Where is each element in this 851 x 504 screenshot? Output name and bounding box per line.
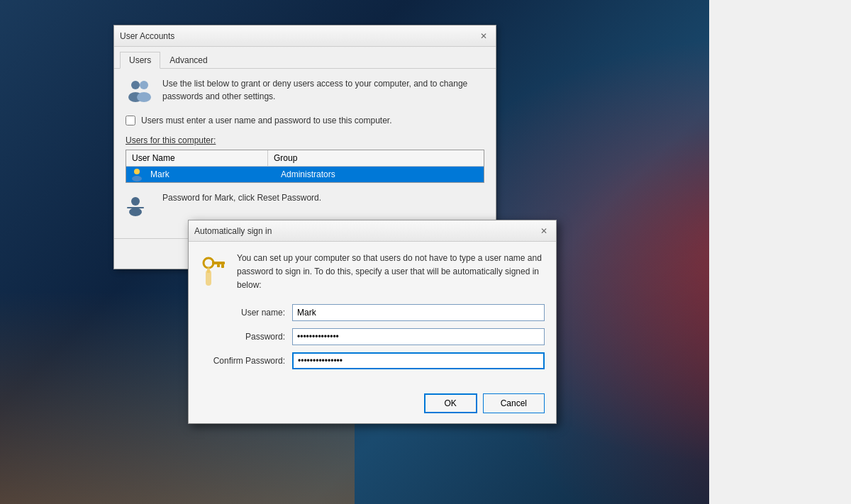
autosignin-title: Automatically sign in (194, 226, 272, 236)
password-label: Password for (162, 193, 212, 203)
col-username-header: User Name (126, 150, 268, 166)
checkbox-row: Users must enter a user name and passwor… (126, 116, 484, 125)
users-icon-svg (126, 77, 154, 106)
svg-point-0 (131, 81, 140, 89)
autosignin-buttons: OK Cancel (189, 386, 556, 423)
info-text: Use the list below to grant or deny user… (162, 77, 484, 103)
svg-rect-10 (212, 262, 225, 264)
password-info: Mark, click Reset Password. (214, 193, 321, 203)
autosignin-info: You can set up your computer so that use… (200, 252, 545, 293)
password-text-section: Password for Mark, click Reset Password. (162, 191, 321, 204)
password-row: Password: (200, 328, 545, 345)
row-group: Administrators (275, 167, 484, 182)
autosignin-dialog: Automatically sign in ✕ You can set (188, 220, 557, 424)
svg-point-3 (137, 92, 151, 102)
key-icon-svg (200, 252, 228, 287)
svg-rect-8 (127, 207, 144, 208)
svg-rect-12 (217, 264, 220, 267)
autosignin-content: You can set up your computer so that use… (189, 242, 556, 386)
username-label: User name: (200, 308, 292, 318)
password-field-label: Password: (200, 332, 292, 342)
username-row: User name: (200, 304, 545, 321)
user-accounts-content: Use the list below to grant or deny user… (114, 69, 496, 238)
table-header: User Name Group (126, 150, 484, 167)
user-accounts-title: User Accounts (120, 31, 174, 41)
autosignin-titlebar: Automatically sign in ✕ (189, 220, 556, 242)
tabs-container: Users Advanced (114, 47, 496, 69)
password-input[interactable] (292, 328, 545, 345)
password-icon (126, 191, 154, 220)
autosignin-info-text: You can set up your computer so that use… (237, 252, 545, 293)
white-area (709, 0, 851, 504)
key-icon (200, 252, 228, 280)
password-section: Password for Mark, click Reset Password. (126, 191, 484, 220)
require-login-checkbox[interactable] (126, 116, 135, 125)
password-icon-svg (126, 191, 154, 220)
users-icon (126, 77, 154, 106)
user-accounts-titlebar: User Accounts ✕ (114, 26, 496, 47)
confirm-password-input[interactable] (292, 352, 545, 369)
svg-point-6 (131, 197, 140, 206)
table-row[interactable]: Mark Administrators (126, 167, 484, 182)
users-table: User Name Group Mark Administrators (126, 150, 484, 183)
user-accounts-close-button[interactable]: ✕ (477, 30, 490, 43)
svg-point-9 (204, 258, 213, 268)
username-input[interactable] (292, 304, 545, 321)
svg-point-7 (129, 208, 142, 216)
autosignin-ok-button[interactable]: OK (424, 393, 477, 413)
autosignin-cancel-button[interactable]: Cancel (483, 393, 545, 413)
svg-point-2 (140, 81, 148, 89)
confirm-password-label: Confirm Password: (200, 356, 292, 366)
svg-point-5 (132, 176, 142, 181)
row-username: Mark (148, 167, 275, 182)
svg-rect-11 (221, 264, 224, 268)
tab-advanced[interactable]: Advanced (160, 52, 216, 69)
confirm-password-row: Confirm Password: (200, 352, 545, 369)
tab-users[interactable]: Users (120, 52, 160, 69)
info-section: Use the list below to grant or deny user… (126, 77, 484, 106)
user-row-icon (129, 167, 145, 182)
users-section-label: Users for this computer: (126, 135, 484, 145)
checkbox-label: Users must enter a user name and passwor… (141, 116, 392, 125)
autosignin-close-button[interactable]: ✕ (538, 225, 550, 237)
col-group-header: Group (268, 150, 484, 166)
svg-point-4 (134, 169, 140, 174)
